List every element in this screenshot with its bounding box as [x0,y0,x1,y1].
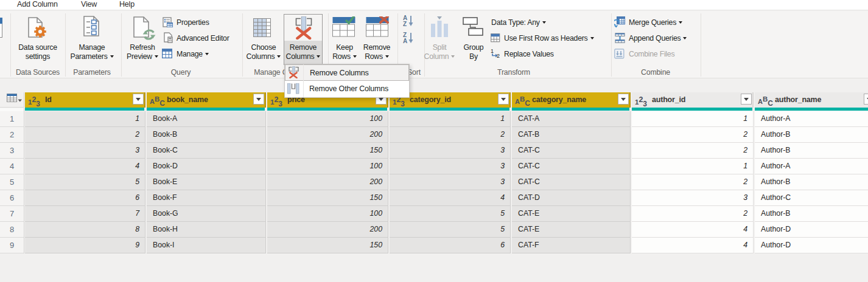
svg-text:Z: Z [403,21,407,27]
svg-text:2: 2 [497,53,500,58]
svg-text:1: 1 [491,48,494,54]
